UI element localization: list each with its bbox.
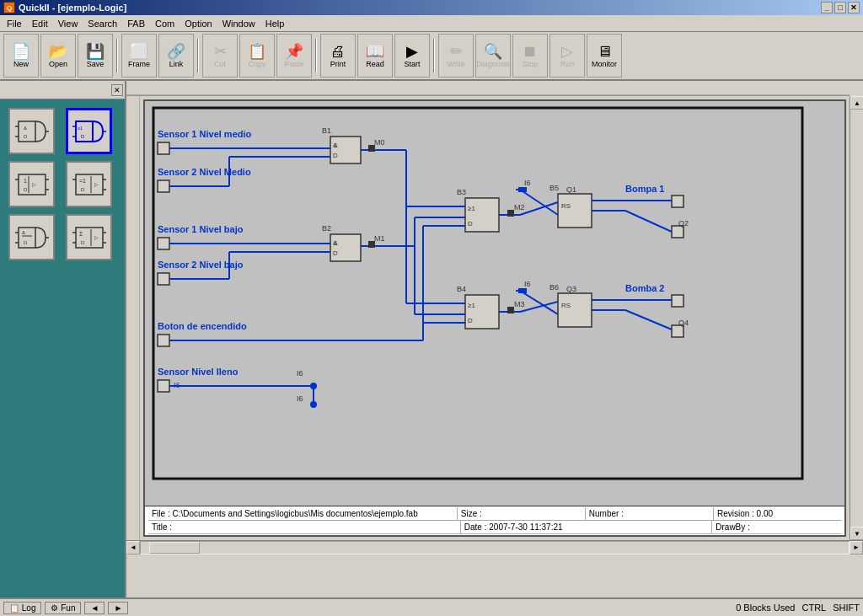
run-button[interactable]: ▷ Run — [549, 34, 585, 78]
svg-text:Sensor 1 Nivel medio: Sensor 1 Nivel medio — [158, 129, 252, 139]
title-bar-controls: _ □ ✕ — [821, 2, 860, 13]
frame-button[interactable]: ⬜ Frame — [121, 34, 157, 78]
compare-block[interactable]: =1 D ▷ — [66, 161, 112, 207]
blocks-used: 0 Blocks Used — [736, 603, 795, 613]
open-button[interactable]: 📂 Open — [40, 34, 76, 78]
stop-icon: ⏹ — [523, 44, 538, 59]
panel-close-button[interactable]: ✕ — [111, 84, 123, 96]
horizontal-scroll-thumb[interactable] — [149, 542, 200, 554]
fun-button[interactable]: ⚙ Fun — [45, 602, 81, 614]
paste-button[interactable]: 📌 Paste — [276, 34, 312, 78]
compare-block-icon: =1 D ▷ — [72, 168, 106, 201]
diagnosis-icon: 🔍 — [484, 44, 502, 59]
sum2-block[interactable]: Σ D ▷ — [66, 214, 112, 260]
main-layout: ✕ & D — [0, 81, 863, 597]
horizontal-scroll-track[interactable] — [140, 541, 850, 554]
save-button[interactable]: 💾 Save — [78, 34, 113, 78]
monitor-button[interactable]: 🖥 Monitor — [587, 34, 622, 78]
start-label: Start — [404, 60, 420, 68]
and-block-icon: & D — [15, 115, 49, 148]
svg-text:B3: B3 — [457, 188, 466, 196]
svg-rect-151 — [672, 295, 683, 307]
scroll-down-button[interactable]: ▼ — [850, 527, 863, 540]
svg-text:D: D — [333, 152, 338, 159]
copy-button[interactable]: 📋 Copy — [239, 34, 275, 78]
svg-rect-70 — [330, 137, 361, 163]
menu-view[interactable]: View — [53, 17, 83, 30]
run-icon: ▷ — [561, 44, 573, 59]
and-block[interactable]: & D — [8, 108, 55, 154]
svg-rect-153 — [672, 325, 683, 337]
start-icon: ▶ — [406, 44, 418, 59]
svg-rect-51 — [158, 180, 169, 192]
left-panel: ✕ & D — [0, 81, 126, 597]
svg-text:D: D — [81, 187, 85, 192]
info-panel: File : C:\Documents and Settings\logicbu… — [145, 506, 844, 535]
cut-button[interactable]: ✂ Cut — [202, 34, 238, 78]
ruler-top — [126, 81, 850, 96]
canvas-area[interactable]: Sensor 1 Nivel medio Sensor 2 Nivel Medi… — [126, 81, 863, 597]
menu-fab[interactable]: FAB — [122, 17, 150, 30]
menu-window[interactable]: Window — [217, 17, 260, 30]
svg-rect-54 — [158, 238, 169, 249]
timer-block[interactable]: 1 D ▷ — [8, 161, 55, 207]
nand-block[interactable]: & D — [8, 214, 55, 260]
svg-text:D: D — [333, 249, 338, 257]
menu-com[interactable]: Com — [150, 17, 180, 30]
diagnosis-label: Diagnosis — [476, 60, 510, 68]
save-label: Save — [87, 60, 105, 68]
title-bar-left: Q QuickII - [ejemplo-Logic] — [3, 2, 126, 13]
scroll-up-button[interactable]: ▲ — [850, 96, 863, 110]
svg-text:&: & — [22, 230, 25, 235]
timer-block-icon: 1 D ▷ — [15, 168, 49, 201]
menu-search[interactable]: Search — [83, 17, 122, 30]
link-button[interactable]: 🔗 Link — [158, 34, 194, 78]
svg-text:Sensor 1 Nivel bajo: Sensor 1 Nivel bajo — [158, 224, 244, 234]
separator-4 — [433, 39, 435, 72]
menu-edit[interactable]: Edit — [27, 17, 53, 30]
menu-help[interactable]: Help — [260, 17, 290, 30]
diagram-svg: Sensor 1 Nivel medio Sensor 2 Nivel Medi… — [145, 101, 811, 506]
svg-text:=1: =1 — [79, 178, 86, 184]
close-button[interactable]: ✕ — [848, 2, 860, 13]
log-button[interactable]: 📋 Log — [3, 602, 41, 614]
svg-rect-136 — [558, 293, 592, 327]
svg-rect-80 — [368, 145, 375, 152]
open-label: Open — [49, 60, 67, 68]
ruler-svg — [126, 81, 850, 96]
stop-button[interactable]: ⏹ Stop — [512, 34, 548, 78]
svg-rect-91 — [368, 241, 375, 248]
scroll-right-button[interactable]: ► — [850, 541, 863, 554]
start-button[interactable]: ▶ Start — [394, 34, 430, 78]
minimize-button[interactable]: _ — [821, 2, 833, 13]
size-label: Size : — [461, 509, 482, 518]
next-button[interactable]: ► — [108, 602, 128, 614]
svg-text:M0: M0 — [374, 138, 385, 147]
log-label: Log — [22, 603, 36, 613]
new-button[interactable]: 📄 New — [3, 34, 39, 78]
svg-text:D: D — [24, 187, 28, 192]
copy-label: Copy — [248, 60, 265, 68]
diagnosis-button[interactable]: 🔍 Diagnosis — [475, 34, 511, 78]
write-button[interactable]: ✏ Write — [438, 34, 474, 78]
link-icon: 🔗 — [167, 44, 185, 59]
title-cell: Title : — [148, 521, 461, 533]
prev-button[interactable]: ◄ — [84, 602, 105, 614]
read-label: Read — [366, 60, 384, 68]
print-button[interactable]: 🖨 Print — [320, 34, 356, 78]
app-icon: Q — [3, 2, 15, 13]
maximize-button[interactable]: □ — [834, 2, 846, 13]
svg-text:I6: I6 — [297, 394, 303, 403]
separator-3 — [315, 39, 317, 72]
menu-option[interactable]: Option — [180, 17, 217, 30]
read-button[interactable]: 📖 Read — [357, 34, 393, 78]
svg-text:D: D — [24, 240, 28, 245]
bottom-scrollbar: ◄ ► — [126, 540, 863, 554]
new-label: New — [13, 60, 29, 68]
sum-d-block[interactable]: ≥1 D — [66, 108, 112, 154]
svg-text:≥1: ≥1 — [468, 302, 475, 309]
ruler-left — [126, 96, 140, 540]
scroll-left-button[interactable]: ◄ — [126, 541, 140, 554]
svg-rect-121 — [507, 307, 514, 313]
menu-file[interactable]: File — [2, 17, 27, 30]
